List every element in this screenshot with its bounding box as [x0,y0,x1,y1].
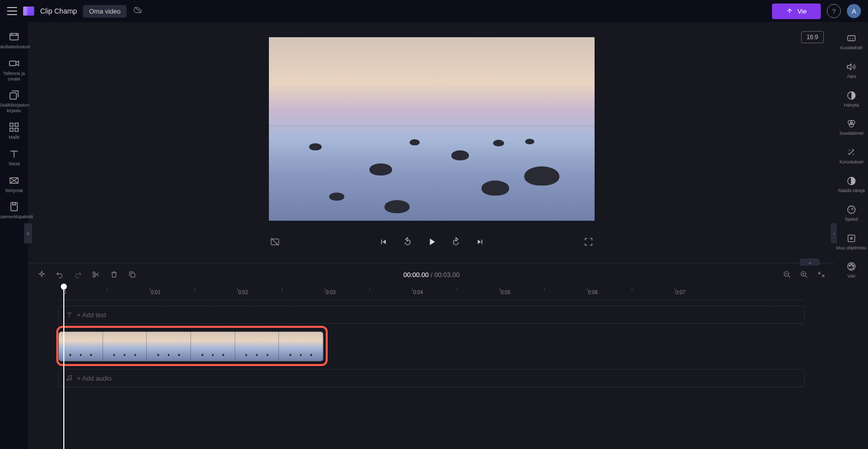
sidebar-item-templates[interactable]: Mallit [0,118,28,144]
time-current: 00:00.00 [403,271,429,279]
help-icon[interactable]: ? [827,4,841,18]
sidebar-item-library[interactable]: Sisältökirjaston kirjasto [0,85,28,118]
app-logo-icon [23,7,34,16]
split-icon[interactable] [91,270,101,279]
ruler-tick: 0:03 [326,290,335,295]
svg-rect-9 [11,203,18,211]
hamburger-menu-icon[interactable] [7,7,17,15]
svg-point-20 [850,121,854,125]
time-display: 00:00.00 / 00:03.00 [403,271,459,279]
timeline-area: ⌄ 00:00 [28,263,835,449]
picture-off-icon[interactable] [269,236,281,248]
ruler-tick: 0:04 [413,290,423,295]
svg-rect-14 [131,273,135,277]
svg-rect-7 [15,128,18,131]
svg-rect-5 [15,123,18,126]
text-icon [66,311,73,318]
right-item-label: Korostukset [839,159,863,165]
svg-point-27 [851,264,852,265]
skip-previous-icon[interactable] [377,236,390,248]
brand-label: Clip Champ [40,7,77,15]
svg-point-21 [849,123,853,127]
right-item-speed[interactable]: Speed [835,201,868,226]
right-item-label: Säädä värejä [838,188,864,194]
zoom-fit-icon[interactable] [817,270,826,279]
sidebar-item-media[interactable]: Mediatiedostosi [0,27,28,54]
right-item-label: Suodattimet [839,131,863,136]
sidebar-item-label: Teksti [8,161,20,167]
svg-rect-4 [10,123,13,126]
right-item-label: Speed [845,217,858,222]
playhead[interactable] [63,286,64,449]
ruler-tick: 0:07 [676,290,685,295]
right-item-label: Kuvatekstit [840,45,862,51]
video-title-input[interactable]: Oma video [83,5,127,18]
video-track[interactable] [58,329,805,364]
add-text-label: + Add text [77,311,106,319]
right-item-plugins[interactable]: Muu ohjelmisto [835,229,868,255]
redo-icon[interactable] [73,270,82,279]
video-clip[interactable] [58,331,324,362]
ruler-tick: 0:01 [151,290,160,295]
right-sidebar: ‹ Kuvatekstit Ääni Häivytä Suodattimet K… [835,22,868,449]
right-item-fade[interactable]: Häivytä [835,86,868,112]
timeline-collapse-icon[interactable]: ⌄ [800,258,820,265]
svg-rect-3 [10,93,17,100]
right-item-label: Häivytä [844,103,859,108]
forward-5s-icon[interactable] [450,236,462,248]
play-button[interactable] [426,236,438,248]
right-item-label: Muu ohjelmisto [836,245,867,251]
preview-canvas[interactable] [269,37,595,221]
sidebar-item-text[interactable]: Teksti [0,144,28,171]
ruler-tick: 0:02 [238,290,248,295]
svg-line-0 [135,7,141,13]
duplicate-icon[interactable] [128,270,137,279]
sidebar-item-transitions[interactable]: Siirtymät [0,171,28,198]
right-item-filters[interactable]: Suodattimet [835,115,868,140]
time-total: 00:03.00 [434,271,460,279]
skip-next-icon[interactable] [474,236,486,248]
right-item-captions[interactable]: Kuvatekstit [835,29,868,55]
sidebar-item-brandkit[interactable]: Tuotemerkkipaketti [0,197,28,224]
add-audio-track[interactable]: + Add audio [58,369,805,387]
add-text-track[interactable]: + Add text [58,306,805,324]
sidebar-item-label: Siirtymät [5,188,23,194]
preview-area: 16:9 [28,22,835,263]
timeline-ruler[interactable]: 0 0:01 0:02 0:03 0:04 0:05 0:06 0:07 [58,286,805,301]
right-item-label: Ääni [847,74,856,79]
zoom-in-icon[interactable] [800,270,809,279]
delete-icon[interactable] [110,270,119,279]
magic-enhance-icon[interactable] [37,270,46,279]
sidebar-item-label: Mallit [9,135,19,140]
svg-rect-17 [848,36,855,41]
export-button[interactable]: Vie [772,4,821,19]
ruler-tick: 0:05 [501,290,510,295]
right-item-effects[interactable]: Korostukset [835,143,868,169]
right-item-audio[interactable]: Ääni [835,58,868,83]
user-avatar[interactable]: A [847,4,861,18]
rewind-5s-icon[interactable] [402,236,414,248]
sidebar-item-label: Mediatiedostosi [0,44,30,50]
left-sidebar: Mediatiedostosi Tallenna ja create Sisäl… [0,22,28,449]
timeline-tracks[interactable]: + Add text + Add audio [58,301,805,449]
top-bar: Clip Champ Oma video Vie ? A [0,0,868,22]
preview-controls [269,236,595,248]
cloud-sync-off-icon[interactable] [133,6,143,16]
sidebar-item-label: Tallenna ja create [0,71,28,82]
music-icon [66,375,73,382]
svg-rect-2 [10,61,16,65]
sidebar-item-record[interactable]: Tallenna ja create [0,54,28,86]
right-item-color[interactable]: Väri [835,257,868,283]
fullscreen-icon[interactable] [583,236,595,248]
right-item-color-adjust[interactable]: Säädä värejä [835,172,868,198]
time-separator: / [429,271,434,279]
undo-icon[interactable] [55,270,64,279]
sidebar-item-label: Sisältökirjaston kirjasto [0,103,29,114]
svg-rect-1 [10,34,19,40]
timeline-toolbar: ⌄ 00:00 [28,263,835,286]
right-item-label: Väri [847,274,855,279]
right-panel-collapse-icon[interactable]: ‹ [831,223,837,243]
zoom-out-icon[interactable] [783,270,792,279]
aspect-ratio-button[interactable]: 16:9 [801,31,824,43]
add-audio-label: + Add audio [77,375,112,382]
